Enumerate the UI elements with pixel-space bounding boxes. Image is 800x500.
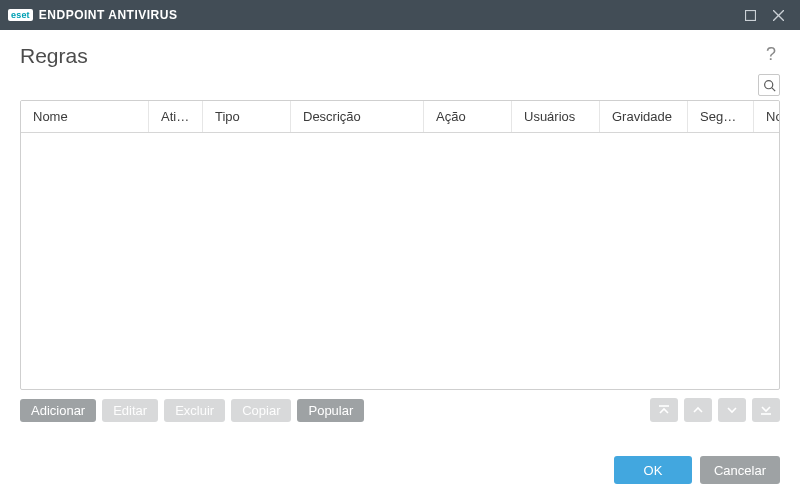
svg-point-3 — [764, 80, 772, 88]
svg-line-4 — [771, 87, 774, 90]
ok-button[interactable]: OK — [614, 456, 692, 484]
column-header[interactable]: Ação — [424, 101, 512, 132]
column-header[interactable]: Segmen... — [688, 101, 754, 132]
move-down-button[interactable] — [718, 398, 746, 422]
search-button[interactable] — [758, 74, 780, 96]
copy-button[interactable]: Copiar — [231, 399, 291, 422]
window-maximize-button[interactable] — [736, 0, 764, 30]
column-header[interactable]: Nome — [21, 101, 149, 132]
table-header-row: NomeAtivadoTipoDescriçãoAçãoUsuáriosGrav… — [21, 101, 779, 133]
populate-button[interactable]: Popular — [297, 399, 364, 422]
column-header[interactable]: Notificar — [754, 101, 779, 132]
chevron-top-icon — [657, 403, 671, 417]
page-title: Regras — [20, 44, 88, 68]
help-button[interactable]: ? — [762, 44, 780, 65]
chevron-up-icon — [691, 403, 705, 417]
close-icon — [773, 10, 784, 21]
app-title-text: ENDPOINT ANTIVIRUS — [39, 8, 178, 22]
cancel-button[interactable]: Cancelar — [700, 456, 780, 484]
column-header[interactable]: Descrição — [291, 101, 424, 132]
column-header[interactable]: Gravidade — [600, 101, 688, 132]
move-top-button[interactable] — [650, 398, 678, 422]
delete-button[interactable]: Excluir — [164, 399, 225, 422]
brand-badge: eset — [8, 9, 33, 21]
chevron-down-icon — [725, 403, 739, 417]
column-header[interactable]: Usuários — [512, 101, 600, 132]
column-header[interactable]: Tipo — [203, 101, 291, 132]
move-up-button[interactable] — [684, 398, 712, 422]
table-scroll[interactable]: NomeAtivadoTipoDescriçãoAçãoUsuáriosGrav… — [21, 101, 779, 389]
window-close-button[interactable] — [764, 0, 792, 30]
dialog-footer: OK Cancelar — [0, 442, 800, 500]
app-title: ENDPOINT ANTIVIRUS — [39, 8, 178, 22]
titlebar: eset ENDPOINT ANTIVIRUS — [0, 0, 800, 30]
page-header: Regras ? — [0, 30, 800, 74]
search-icon — [763, 79, 776, 92]
search-row — [0, 74, 800, 100]
add-button[interactable]: Adicionar — [20, 399, 96, 422]
column-header[interactable]: Ativado — [149, 101, 203, 132]
edit-button[interactable]: Editar — [102, 399, 158, 422]
svg-rect-0 — [745, 10, 755, 20]
chevron-bottom-icon — [759, 403, 773, 417]
table-body — [21, 133, 779, 389]
rules-table: NomeAtivadoTipoDescriçãoAçãoUsuáriosGrav… — [20, 100, 780, 390]
maximize-icon — [745, 10, 756, 21]
move-bottom-button[interactable] — [752, 398, 780, 422]
table-toolbar: Adicionar Editar Excluir Copiar Popular — [0, 390, 800, 422]
